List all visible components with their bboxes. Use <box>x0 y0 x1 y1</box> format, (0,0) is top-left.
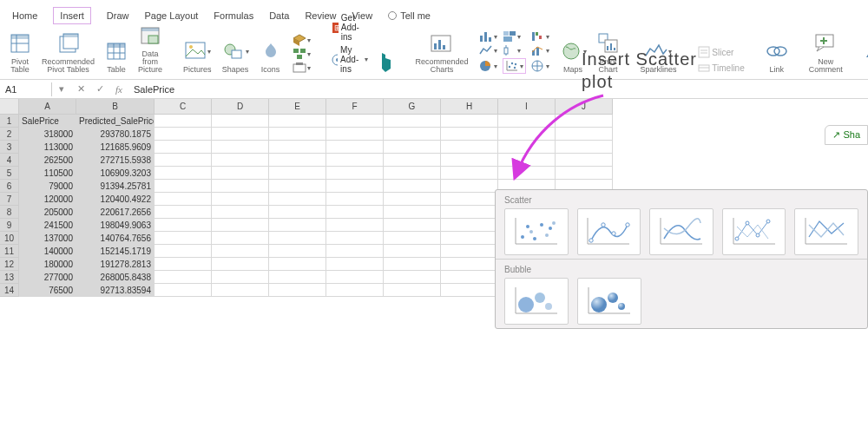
cell[interactable] <box>269 232 326 245</box>
cell[interactable] <box>326 219 384 232</box>
column-header[interactable]: H <box>441 99 498 115</box>
cell[interactable] <box>384 128 441 141</box>
cell[interactable] <box>441 128 498 141</box>
cell[interactable]: 76500 <box>19 284 76 297</box>
cell[interactable] <box>269 219 326 232</box>
column-header[interactable]: J <box>556 99 613 115</box>
my-addins-button[interactable]: My Add-ins▾ <box>332 45 369 74</box>
cell[interactable] <box>326 167 384 180</box>
cell[interactable] <box>326 284 384 297</box>
column-chart-button[interactable]: ▾ <box>479 30 497 43</box>
cell[interactable] <box>155 232 212 245</box>
cell[interactable] <box>155 245 212 258</box>
cell[interactable] <box>326 115 384 128</box>
waterfall-chart-button[interactable]: ▾ <box>531 30 549 43</box>
cell[interactable] <box>212 245 269 258</box>
cell[interactable] <box>269 258 326 271</box>
tab-insert[interactable]: Insert <box>53 7 91 24</box>
cell[interactable] <box>269 245 326 258</box>
cell[interactable] <box>326 128 384 141</box>
cell[interactable] <box>384 206 441 219</box>
fx-icon[interactable]: fx <box>109 84 128 95</box>
cell[interactable] <box>384 219 441 232</box>
cell[interactable] <box>498 141 556 154</box>
scatter-option-smooth-lines[interactable] <box>649 208 713 255</box>
cell[interactable]: Predicted_SalePrice <box>76 115 155 128</box>
cell[interactable] <box>212 258 269 271</box>
cell[interactable] <box>326 180 384 193</box>
cell[interactable]: 120400.4922 <box>76 193 155 206</box>
cell[interactable] <box>326 232 384 245</box>
text-button[interactable]: A▾ Text <box>864 38 868 74</box>
cell[interactable]: 262500 <box>19 154 76 167</box>
cell[interactable] <box>155 154 212 167</box>
cell[interactable]: SalePrice <box>19 115 76 128</box>
column-header[interactable]: E <box>269 99 326 115</box>
cell[interactable]: 121685.9609 <box>76 141 155 154</box>
row-header[interactable]: 13 <box>0 271 19 284</box>
cell[interactable] <box>269 206 326 219</box>
row-header[interactable]: 1 <box>0 115 19 128</box>
cell[interactable] <box>498 167 556 180</box>
tab-formulas[interactable]: Formulas <box>214 10 253 21</box>
cell[interactable] <box>326 154 384 167</box>
cell[interactable]: 180000 <box>19 258 76 271</box>
cell[interactable] <box>155 271 212 284</box>
scatter-option-straight-markers[interactable] <box>722 208 786 255</box>
cell[interactable] <box>556 154 613 167</box>
column-header[interactable]: F <box>326 99 384 115</box>
row-header[interactable]: 14 <box>0 284 19 297</box>
cell[interactable] <box>212 154 269 167</box>
cell[interactable] <box>384 232 441 245</box>
cell[interactable] <box>269 154 326 167</box>
cell[interactable] <box>155 206 212 219</box>
cell[interactable] <box>384 284 441 297</box>
cell[interactable] <box>441 271 498 284</box>
row-header[interactable]: 12 <box>0 258 19 271</box>
cell[interactable] <box>441 167 498 180</box>
cell[interactable] <box>384 258 441 271</box>
cell[interactable] <box>441 284 498 297</box>
cell[interactable] <box>384 141 441 154</box>
cell[interactable]: 92713.83594 <box>76 284 155 297</box>
share-button[interactable]: ↗ Sha <box>825 125 868 145</box>
row-header[interactable]: 11 <box>0 245 19 258</box>
cell[interactable] <box>212 193 269 206</box>
tab-page-layout[interactable]: Page Layout <box>145 10 199 21</box>
pivot-table-button[interactable]: Pivot Table <box>9 30 31 74</box>
cell[interactable] <box>441 154 498 167</box>
cell[interactable] <box>556 128 613 141</box>
tab-home[interactable]: Home <box>12 10 37 21</box>
cell[interactable] <box>212 180 269 193</box>
name-box[interactable]: A1 <box>0 82 52 96</box>
column-header[interactable]: A <box>19 99 76 115</box>
row-header[interactable]: 6 <box>0 180 19 193</box>
pie-chart-button[interactable]: ▾ <box>479 58 497 74</box>
cell[interactable] <box>212 128 269 141</box>
recommended-pivot-button[interactable]: Recommended Pivot Tables <box>42 30 95 74</box>
namebox-dropdown-icon[interactable]: ▾ <box>52 83 71 95</box>
cell[interactable] <box>441 219 498 232</box>
cell[interactable] <box>269 141 326 154</box>
cell[interactable] <box>269 271 326 284</box>
line-chart-button[interactable]: ▾ <box>479 44 497 56</box>
smartart-button[interactable]: ▾ <box>293 48 311 60</box>
cell[interactable]: 318000 <box>19 128 76 141</box>
cell[interactable] <box>384 167 441 180</box>
data-from-picture-button[interactable]: Data from Picture <box>138 23 162 74</box>
row-header[interactable]: 3 <box>0 141 19 154</box>
cell[interactable] <box>212 232 269 245</box>
cell[interactable] <box>556 115 613 128</box>
cell[interactable] <box>498 115 556 128</box>
cell[interactable] <box>326 271 384 284</box>
cell[interactable] <box>441 193 498 206</box>
cell[interactable]: 113000 <box>19 141 76 154</box>
cell[interactable] <box>441 115 498 128</box>
column-header[interactable]: G <box>384 99 441 115</box>
cell[interactable]: 220617.2656 <box>76 206 155 219</box>
cell[interactable] <box>556 167 613 180</box>
combo-chart-button[interactable]: ▾ <box>531 44 549 56</box>
cell[interactable]: 140764.7656 <box>76 232 155 245</box>
cell[interactable] <box>326 245 384 258</box>
cell[interactable]: 191278.2813 <box>76 258 155 271</box>
